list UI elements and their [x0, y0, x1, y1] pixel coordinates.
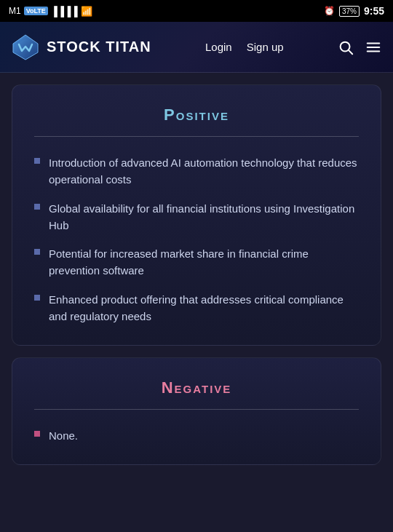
positive-divider: [34, 136, 359, 137]
positive-item-text: Introduction of advanced AI automation t…: [49, 154, 359, 188]
list-item: Enhanced product offering that addresses…: [34, 291, 359, 325]
positive-section-title: Positive: [34, 106, 359, 124]
navbar: STOCK TITAN Login Sign up: [0, 22, 393, 73]
signal-icon: ▐▐▐▐: [51, 6, 78, 17]
negative-section-card: Negative None.: [12, 357, 381, 465]
carrier-label: M1: [9, 6, 21, 16]
status-left: M1 VoLTE ▐▐▐▐ 📶: [9, 6, 92, 17]
wifi-icon: 📶: [81, 6, 92, 17]
negative-section-title: Negative: [34, 378, 359, 397]
status-time: 9:55: [364, 5, 384, 17]
negative-bullet-list: None.: [34, 427, 359, 444]
positive-item-text: Enhanced product offering that addresses…: [49, 291, 359, 325]
nav-links: Login Sign up: [205, 41, 284, 53]
search-icon: [338, 39, 354, 55]
login-link[interactable]: Login: [205, 41, 232, 53]
bullet-icon: [34, 158, 40, 164]
list-item: None.: [34, 427, 359, 444]
menu-button[interactable]: [365, 39, 381, 55]
battery-indicator: 37%: [339, 6, 360, 17]
bullet-icon: [34, 295, 40, 301]
volte-badge: VoLTE: [24, 7, 48, 15]
status-right: ⏰ 37% 9:55: [324, 5, 384, 17]
bullet-icon: [34, 204, 40, 210]
svg-line-3: [349, 50, 352, 54]
positive-section-card: Positive Introduction of advanced AI aut…: [12, 84, 381, 346]
search-button[interactable]: [338, 39, 354, 55]
list-item: Global availability for all financial in…: [34, 200, 359, 234]
positive-bullet-list: Introduction of advanced AI automation t…: [34, 154, 359, 325]
bullet-icon: [34, 249, 40, 255]
bullet-icon: [34, 431, 40, 437]
logo-area: STOCK TITAN: [12, 33, 151, 61]
list-item: Introduction of advanced AI automation t…: [34, 154, 359, 188]
nav-icons: [338, 39, 381, 55]
positive-item-text: Potential for increased market share in …: [49, 245, 359, 279]
alarm-icon: ⏰: [324, 6, 335, 16]
status-bar: M1 VoLTE ▐▐▐▐ 📶 ⏰ 37% 9:55: [0, 0, 393, 22]
battery-level: 37: [342, 7, 350, 15]
signup-link[interactable]: Sign up: [247, 41, 284, 53]
negative-item-text: None.: [49, 427, 78, 444]
negative-divider: [34, 409, 359, 410]
main-content: Positive Introduction of advanced AI aut…: [0, 73, 393, 477]
logo-text: STOCK TITAN: [47, 39, 151, 55]
hamburger-icon: [365, 39, 381, 55]
list-item: Potential for increased market share in …: [34, 245, 359, 279]
positive-item-text: Global availability for all financial in…: [49, 200, 359, 234]
logo-icon: [12, 33, 39, 61]
